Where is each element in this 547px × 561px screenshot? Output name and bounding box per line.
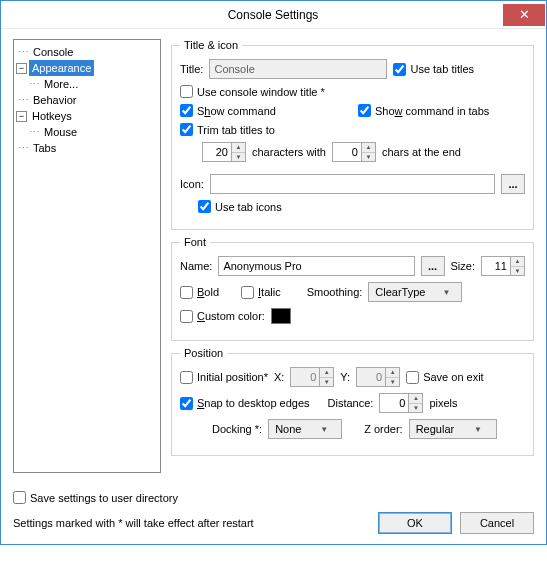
trim-chars-spinner[interactable]: ▲▼ [202,142,246,162]
italic-checkbox[interactable]: Italic [241,286,281,299]
show-command-tabs-checkbox[interactable]: Show command in tabs [358,104,489,117]
smoothing-label: Smoothing: [307,286,363,298]
distance-spinner[interactable]: ▲▼ [379,393,423,413]
y-spinner[interactable]: ▲▼ [356,367,400,387]
smoothing-select[interactable]: ClearType▼ [368,282,462,302]
zorder-select[interactable]: Regular▼ [409,419,497,439]
spin-up-icon[interactable]: ▲ [232,143,245,153]
tree-line-icon: ⋯ [27,124,41,140]
x-spinner[interactable]: ▲▼ [290,367,334,387]
group-position: Position Initial position* X: ▲▼ Y: ▲▼ S… [171,347,534,456]
font-size-spinner[interactable]: ▲▼ [481,256,525,276]
tree-item-more[interactable]: ⋯ More... [16,76,158,92]
spin-down-icon[interactable]: ▼ [362,153,375,162]
tree-collapse-icon[interactable]: − [16,63,27,74]
tree-item-appearance[interactable]: − Appearance [16,60,158,76]
spin-up-icon[interactable]: ▲ [511,257,524,267]
group-font: Font Name: ... Size: ▲▼ Bold Italic Smoo… [171,236,534,341]
chevron-down-icon: ▼ [431,288,461,297]
show-command-checkbox[interactable]: Show command [180,104,352,117]
spin-up-icon[interactable]: ▲ [386,368,399,378]
tree-line-icon: ⋯ [27,76,41,92]
group-legend: Font [180,236,210,248]
font-name-label: Name: [180,260,212,272]
settings-window: Console Settings ✕ ⋯ Console − Appearanc… [0,0,547,545]
browse-icon-button[interactable]: ... [501,174,525,194]
title-input[interactable] [209,59,387,79]
trim-end-spinner[interactable]: ▲▼ [332,142,376,162]
custom-color-checkbox[interactable]: Custom color: [180,310,265,323]
use-tab-icons-checkbox[interactable]: Use tab icons [198,200,282,213]
font-size-label: Size: [451,260,475,272]
restart-note: Settings marked with * will take effect … [13,517,370,529]
tree-line-icon: ⋯ [16,44,30,60]
save-settings-checkbox[interactable]: Save settings to user directory [13,491,178,504]
tree-item-behavior[interactable]: ⋯ Behavior [16,92,158,108]
close-icon: ✕ [519,7,530,22]
spin-up-icon[interactable]: ▲ [362,143,375,153]
color-swatch[interactable] [271,308,291,324]
tree-item-hotkeys[interactable]: − Hotkeys [16,108,158,124]
chevron-down-icon: ▼ [460,425,495,434]
font-name-input[interactable] [218,256,414,276]
tree-item-console[interactable]: ⋯ Console [16,44,158,60]
icon-label: Icon: [180,178,204,190]
snap-edges-checkbox[interactable]: Snap to desktop edges [180,397,310,410]
spin-up-icon[interactable]: ▲ [409,394,422,404]
spin-down-icon[interactable]: ▼ [320,378,333,387]
use-console-window-title-checkbox[interactable]: Use console window title * [180,85,325,98]
icon-input[interactable] [210,174,495,194]
window-title: Console Settings [43,8,503,22]
ok-button[interactable]: OK [378,512,452,534]
spin-up-icon[interactable]: ▲ [320,368,333,378]
group-legend: Position [180,347,227,359]
nav-tree[interactable]: ⋯ Console − Appearance ⋯ More... ⋯ Behav… [13,39,161,473]
initial-position-checkbox[interactable]: Initial position* [180,371,268,384]
spin-down-icon[interactable]: ▼ [232,153,245,162]
bold-checkbox[interactable]: Bold [180,286,219,299]
tree-item-mouse[interactable]: ⋯ Mouse [16,124,158,140]
tree-line-icon: ⋯ [16,92,30,108]
trim-tab-titles-checkbox[interactable]: Trim tab titles to [180,123,275,136]
chevron-down-icon: ▼ [307,425,341,434]
titlebar: Console Settings ✕ [1,1,546,29]
tree-item-tabs[interactable]: ⋯ Tabs [16,140,158,156]
close-button[interactable]: ✕ [503,4,545,26]
browse-font-button[interactable]: ... [421,256,445,276]
tree-collapse-icon[interactable]: − [16,111,27,122]
title-label: Title: [180,63,203,75]
use-tab-titles-checkbox[interactable]: Use tab titles [393,63,474,76]
tree-line-icon: ⋯ [16,140,30,156]
group-legend: Title & icon [180,39,242,51]
group-title-icon: Title & icon Title: Use tab titles Use c… [171,39,534,230]
docking-select[interactable]: None▼ [268,419,342,439]
cancel-button[interactable]: Cancel [460,512,534,534]
spin-down-icon[interactable]: ▼ [511,267,524,276]
save-on-exit-checkbox[interactable]: Save on exit [406,371,484,384]
spin-down-icon[interactable]: ▼ [386,378,399,387]
spin-down-icon[interactable]: ▼ [409,404,422,413]
